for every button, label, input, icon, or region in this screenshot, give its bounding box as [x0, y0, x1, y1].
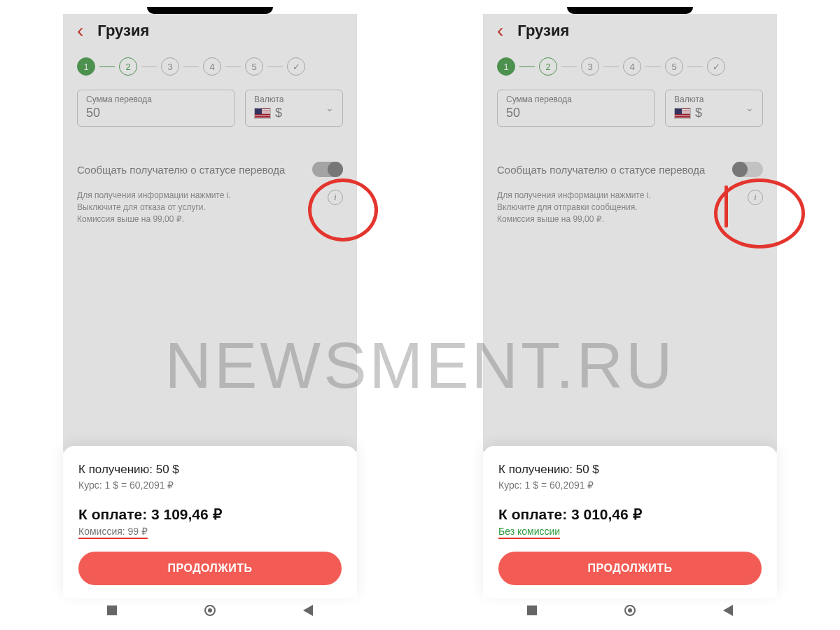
step-dash	[99, 66, 115, 67]
amount-label: Сумма перевода	[86, 94, 226, 104]
home-icon[interactable]	[624, 605, 636, 616]
phone-notch	[147, 7, 273, 14]
notify-toggle[interactable]	[312, 162, 343, 177]
phone-left: ‹ Грузия 1 2 3 4 5 Сумма перевода 50 Вал…	[63, 7, 357, 623]
step-3: 3	[581, 57, 599, 76]
step-dash	[561, 66, 577, 67]
summary-sheet: К получению: 50 $ Курс: 1 $ = 60,2091 ₽ …	[483, 446, 777, 598]
receive-amount: К получению: 50 $	[78, 463, 342, 477]
total-amount: К оплате: 3 109,46 ₽	[78, 506, 342, 523]
amount-value: 50	[506, 106, 646, 120]
step-dash	[267, 66, 283, 67]
step-4: 4	[623, 57, 641, 76]
step-1: 1	[77, 57, 95, 76]
amount-label: Сумма перевода	[506, 94, 646, 104]
step-dash	[645, 66, 661, 67]
chevron-down-icon: ⌄	[326, 102, 334, 113]
step-1: 1	[497, 57, 515, 76]
toggle-knob	[328, 162, 343, 177]
continue-button[interactable]: ПРОДОЛЖИТЬ	[78, 552, 342, 585]
android-navbar	[483, 598, 777, 623]
phone-notch	[567, 7, 693, 14]
step-2: 2	[539, 57, 557, 76]
amount-field[interactable]: Сумма перевода 50	[497, 90, 655, 127]
currency-field[interactable]: Валюта $ ⌄	[665, 90, 763, 127]
notify-toggle-row: Сообщать получателю о статусе перевода	[63, 141, 357, 184]
fee-line: Без комиссии	[498, 526, 762, 539]
recents-icon[interactable]	[107, 606, 117, 615]
info-row: Для получения информации нажмите i. Вклю…	[483, 184, 777, 225]
page-title: Грузия	[517, 22, 569, 40]
step-2: 2	[119, 57, 137, 76]
header: ‹ Грузия	[483, 14, 777, 53]
us-flag-icon	[254, 108, 271, 119]
summary-sheet: К получению: 50 $ Курс: 1 $ = 60,2091 ₽ …	[63, 446, 357, 598]
info-text: Для получения информации нажмите i. Вклю…	[497, 190, 651, 225]
recents-icon[interactable]	[527, 606, 537, 615]
info-icon[interactable]: i	[328, 190, 343, 205]
step-done	[287, 57, 305, 76]
notify-toggle-row: Сообщать получателю о статусе перевода	[483, 141, 777, 184]
currency-field[interactable]: Валюта $ ⌄	[245, 90, 343, 127]
total-amount: К оплате: 3 010,46 ₽	[498, 506, 762, 523]
step-dash	[603, 66, 619, 67]
step-3: 3	[161, 57, 179, 76]
currency-label: Валюта	[674, 94, 704, 104]
exchange-rate: Курс: 1 $ = 60,2091 ₽	[78, 479, 342, 491]
chevron-down-icon: ⌄	[746, 102, 754, 113]
step-dash	[519, 66, 535, 67]
currency-symbol: $	[695, 106, 702, 120]
home-icon[interactable]	[204, 605, 216, 616]
back-icon[interactable]: ‹	[497, 21, 503, 41]
header: ‹ Грузия	[63, 14, 357, 53]
currency-label: Валюта	[254, 94, 284, 104]
step-done	[707, 57, 725, 76]
step-dash	[225, 66, 241, 67]
continue-button[interactable]: ПРОДОЛЖИТЬ	[498, 552, 762, 585]
notify-toggle[interactable]	[732, 162, 763, 177]
input-row: Сумма перевода 50 Валюта $ ⌄	[483, 90, 777, 141]
back-nav-icon[interactable]	[303, 605, 313, 616]
phone-right: ‹ Грузия 1 2 3 4 5 Сумма перевода 50 Вал…	[483, 7, 777, 623]
back-nav-icon[interactable]	[723, 605, 733, 616]
step-5: 5	[665, 57, 683, 76]
back-icon[interactable]: ‹	[77, 21, 83, 41]
fee-line: Комиссия: 99 ₽	[78, 526, 342, 539]
android-navbar	[63, 598, 357, 623]
annotation-stroke	[724, 186, 728, 227]
step-dash	[687, 66, 703, 67]
step-indicator: 1 2 3 4 5	[63, 53, 357, 90]
info-row: Для получения информации нажмите i. Выкл…	[63, 184, 357, 225]
page-title: Грузия	[97, 22, 149, 40]
us-flag-icon	[674, 108, 691, 119]
amount-field[interactable]: Сумма перевода 50	[77, 90, 235, 127]
amount-value: 50	[86, 106, 226, 120]
step-4: 4	[203, 57, 221, 76]
currency-symbol: $	[275, 106, 282, 120]
fee-text: Без комиссии	[498, 526, 560, 539]
step-dash	[141, 66, 157, 67]
step-5: 5	[245, 57, 263, 76]
info-icon[interactable]: i	[748, 190, 763, 205]
step-indicator: 1 2 3 4 5	[483, 53, 777, 90]
notify-toggle-label: Сообщать получателю о статусе перевода	[497, 164, 705, 176]
step-dash	[183, 66, 199, 67]
notify-toggle-label: Сообщать получателю о статусе перевода	[77, 164, 285, 176]
input-row: Сумма перевода 50 Валюта $ ⌄	[63, 90, 357, 141]
info-text: Для получения информации нажмите i. Выкл…	[77, 190, 231, 225]
receive-amount: К получению: 50 $	[498, 463, 762, 477]
toggle-knob	[732, 162, 748, 177]
exchange-rate: Курс: 1 $ = 60,2091 ₽	[498, 479, 762, 491]
fee-text: Комиссия: 99 ₽	[78, 526, 148, 539]
